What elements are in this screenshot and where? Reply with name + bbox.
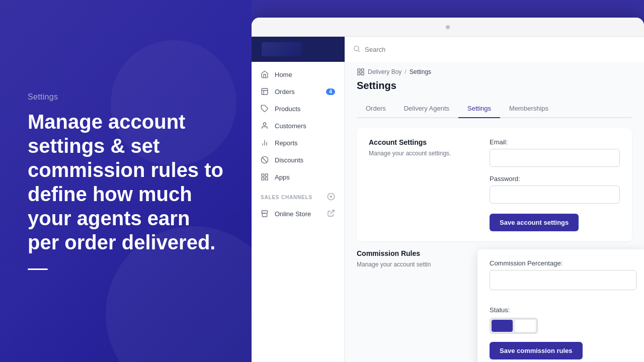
sidebar: Home Orders 4 xyxy=(252,62,345,362)
tab-orders[interactable]: Orders xyxy=(357,100,395,118)
svg-line-19 xyxy=(331,210,334,214)
section-label: Settings xyxy=(28,93,224,102)
tab-memberships[interactable]: Memberships xyxy=(500,100,557,118)
main-body: Home Orders 4 xyxy=(252,62,644,362)
status-toggle[interactable] xyxy=(490,318,538,334)
top-nav xyxy=(252,37,644,62)
breadcrumb-parent[interactable]: Delivery Boy xyxy=(368,68,401,75)
breadcrumb-separator: / xyxy=(405,68,406,75)
svg-rect-13 xyxy=(265,174,268,176)
svg-rect-2 xyxy=(262,88,268,95)
password-group: Password: xyxy=(490,175,620,204)
left-panel: Settings Manage account settings & set c… xyxy=(0,0,252,362)
sidebar-label-products: Products xyxy=(275,105,300,113)
email-input[interactable] xyxy=(490,149,620,167)
main-heading: Manage account settings & set commission… xyxy=(28,110,224,254)
store-icon xyxy=(261,210,269,218)
svg-point-6 xyxy=(263,123,266,125)
search-icon xyxy=(353,45,361,54)
tabs: Orders Delivery Agents Settings Membersh… xyxy=(357,100,632,118)
svg-rect-22 xyxy=(358,72,360,75)
commission-percentage-group: Commission Percentage: xyxy=(490,259,636,298)
account-settings-title: Account Settings xyxy=(369,138,469,146)
app-window: Home Orders 4 xyxy=(252,18,644,362)
account-settings-desc: Manage your account settings. xyxy=(369,149,469,158)
heading-underline xyxy=(28,268,48,270)
sidebar-label-customers: Customers xyxy=(275,122,306,130)
toggle-off-option[interactable] xyxy=(515,320,536,332)
save-commission-button[interactable]: Save commission rules xyxy=(490,342,583,359)
orders-icon xyxy=(261,87,269,96)
svg-rect-21 xyxy=(361,69,364,71)
sidebar-item-online-store[interactable]: Online Store xyxy=(252,205,344,223)
sidebar-item-home[interactable]: Home xyxy=(252,66,344,83)
external-link-icon xyxy=(327,209,335,218)
sales-channels-label: SALES CHANNELS xyxy=(252,186,344,205)
svg-rect-23 xyxy=(361,72,364,75)
add-channel-icon[interactable] xyxy=(327,193,335,202)
commission-percentage-input[interactable] xyxy=(490,270,636,290)
svg-line-1 xyxy=(358,50,360,52)
status-label: Status: xyxy=(490,306,636,314)
tab-settings[interactable]: Settings xyxy=(458,100,500,118)
logo-image xyxy=(262,42,302,56)
password-input[interactable] xyxy=(490,186,620,204)
commission-rules-title: Commission Rules xyxy=(357,249,467,257)
commission-section-wrapper: Commission Rules Manage your account set… xyxy=(357,249,632,362)
search-bar xyxy=(345,37,644,62)
page-title: Settings xyxy=(357,80,632,92)
browser-chrome xyxy=(252,18,644,37)
sidebar-label-online-store: Online Store xyxy=(275,210,311,218)
customers-icon xyxy=(261,122,269,130)
account-settings-card: Account Settings Manage your account set… xyxy=(357,128,632,241)
sidebar-item-apps[interactable]: Apps xyxy=(252,168,344,186)
svg-point-0 xyxy=(354,46,359,50)
page-header: Settings Orders Delivery Agents Settings… xyxy=(345,80,644,118)
sidebar-label-home: Home xyxy=(275,71,292,78)
account-settings-form: Email: Password: Save account settings xyxy=(490,138,620,231)
commission-rules-desc: Manage your account settin xyxy=(357,260,467,269)
account-settings-left: Account Settings Manage your account set… xyxy=(369,138,469,231)
sidebar-label-reports: Reports xyxy=(275,139,298,147)
products-icon xyxy=(261,105,269,113)
breadcrumb-current: Settings xyxy=(410,68,431,75)
tab-delivery-agents[interactable]: Delivery Agents xyxy=(395,100,458,118)
content-area: Account Settings Manage your account set… xyxy=(345,118,644,362)
nav-logo xyxy=(252,37,345,62)
app-body: Home Orders 4 xyxy=(252,37,644,362)
reports-icon xyxy=(261,139,269,147)
sidebar-item-customers[interactable]: Customers xyxy=(252,117,344,134)
sidebar-item-orders[interactable]: Orders 4 xyxy=(252,83,344,100)
save-account-button[interactable]: Save account settings xyxy=(490,214,579,231)
apps-icon xyxy=(261,173,269,181)
svg-rect-20 xyxy=(358,69,360,71)
sidebar-label-discounts: Discounts xyxy=(275,156,303,164)
password-label: Password: xyxy=(490,175,620,183)
sidebar-label-orders: Orders xyxy=(275,88,295,96)
svg-rect-15 xyxy=(265,177,268,180)
sidebar-label-apps: Apps xyxy=(275,173,290,181)
home-icon xyxy=(261,70,269,78)
discounts-icon xyxy=(261,156,269,164)
toggle-on-option[interactable] xyxy=(492,320,513,332)
sidebar-item-reports[interactable]: Reports xyxy=(252,134,344,151)
sidebar-item-products[interactable]: Products xyxy=(252,100,344,117)
breadcrumb-icon xyxy=(357,68,365,76)
svg-rect-14 xyxy=(262,177,264,180)
svg-rect-12 xyxy=(262,174,264,176)
email-group: Email: xyxy=(490,138,620,167)
commission-rules-card: Commission Percentage: Status: xyxy=(477,249,644,362)
status-group: Status: xyxy=(490,306,636,334)
search-input[interactable] xyxy=(365,46,636,53)
main-content: Delivery Boy / Settings Settings Orders … xyxy=(345,62,644,362)
browser-dot xyxy=(446,25,450,29)
commission-rules-left: Commission Rules Manage your account set… xyxy=(357,249,467,362)
sidebar-item-discounts[interactable]: Discounts xyxy=(252,151,344,168)
breadcrumb: Delivery Boy / Settings xyxy=(345,62,644,80)
svg-line-11 xyxy=(262,157,267,162)
commission-percentage-label: Commission Percentage: xyxy=(490,259,636,267)
orders-badge: 4 xyxy=(326,88,335,95)
email-label: Email: xyxy=(490,138,620,146)
